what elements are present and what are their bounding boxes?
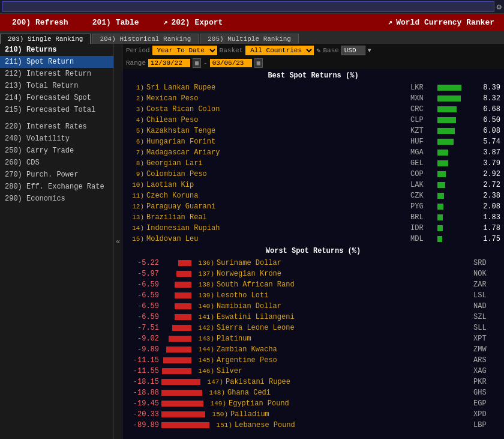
external-link-icon: ↗ (388, 17, 392, 27)
worst-row-143[interactable]: -9.02 143) Platinum XPT (122, 333, 504, 344)
worst-row-146[interactable]: -11.55 146) Silver XAG (122, 366, 504, 377)
range-end-calendar-icon[interactable]: ▦ (254, 58, 263, 68)
tab-single-ranking[interactable]: 203) Single Ranking (0, 34, 91, 44)
best-row-2[interactable]: 2) Mexican Peso MXN 8.32 (122, 93, 504, 104)
tab-multiple-ranking[interactable]: 205) Multiple Ranking (200, 34, 299, 44)
settings-icon[interactable]: ⚙ (497, 2, 502, 12)
range-start-calendar-icon[interactable]: ▦ (193, 58, 201, 68)
base-input[interactable] (341, 46, 365, 55)
worst-section-header: Worst Spot Returns (%) (122, 244, 504, 258)
tab-historical-ranking[interactable]: 204) Historical Ranking (92, 34, 199, 44)
export-menu-item[interactable]: ↗ 202) Export (151, 15, 235, 29)
sidebar-item-eff-exchange[interactable]: 280) Eff. Exchange Rate (0, 181, 113, 193)
worst-row-147[interactable]: -18.15 147) Pakistani Rupee PKR (122, 377, 504, 387)
sidebar-item-economics[interactable]: 290) Economics (0, 193, 113, 205)
content-area: Period Year To Date Basket All Countries… (122, 44, 504, 439)
main-layout: 210) Returns 211) Spot Return 212) Inter… (0, 44, 504, 439)
best-row-12[interactable]: 12) Paraguay Guarani PYG 2.08 (122, 201, 504, 212)
period-label: Period (126, 47, 150, 54)
range-start-input[interactable] (148, 59, 190, 67)
data-table: Best Spot Returns (%) 1) Sri Lankan Rupe… (122, 69, 504, 439)
controls-row-1: Period Year To Date Basket All Countries… (122, 44, 504, 57)
best-row-15[interactable]: 15) Moldovan Leu MDL 1.75 (122, 234, 504, 244)
best-row-1[interactable]: 1) Sri Lankan Rupee LKR 8.39 (122, 82, 504, 93)
sidebar-item-forecasted-total[interactable]: 215) Forecasted Total (0, 104, 113, 116)
sidebar-item-purch-power[interactable]: 270) Purch. Power (0, 169, 113, 181)
top-bar: ⚙ (0, 0, 504, 14)
base-label: Base (323, 47, 338, 54)
worst-row-138[interactable]: -6.59 138) South African Rand ZAR (122, 279, 504, 290)
tab-bar: 203) Single Ranking 204) Historical Rank… (0, 31, 504, 44)
sidebar-collapse-button[interactable]: « (114, 44, 122, 439)
basket-label: Basket (220, 47, 244, 54)
worst-row-151[interactable]: -89.89 151) Lebanese Pound LBP (122, 420, 504, 431)
menu-bar: 200) Refresh 201) Table ↗ 202) Export ↗ … (0, 14, 504, 31)
best-row-14[interactable]: 14) Indonesian Rupiah IDR 1.78 (122, 223, 504, 234)
sidebar: 210) Returns 211) Spot Return 212) Inter… (0, 44, 114, 439)
worst-row-140[interactable]: -6.59 140) Namibian Dollar NAD (122, 301, 504, 312)
export-icon: ↗ (163, 17, 168, 27)
sidebar-item-volatility[interactable]: 240) Volatility (0, 133, 113, 145)
basket-select[interactable]: All Countries (245, 46, 314, 55)
best-row-5[interactable]: 5) Kazakhstan Tenge KZT 6.08 (122, 126, 504, 136)
best-section-header: Best Spot Returns (%) (122, 69, 504, 82)
range-separator: - (203, 59, 208, 67)
worst-row-141[interactable]: -6.59 141) Eswatini Lilangeni SZL (122, 312, 504, 322)
sidebar-item-forecasted-spot[interactable]: 214) Forecasted Spot (0, 92, 113, 104)
best-row-11[interactable]: 11) Czech Koruna CZK 2.38 (122, 190, 504, 201)
sidebar-item-total-return[interactable]: 213) Total Return (0, 80, 113, 92)
worst-row-148[interactable]: -18.88 148) Ghana Cedi GHS (122, 387, 504, 398)
worst-row-144[interactable]: -9.89 144) Zambian Kwacha ZMW (122, 344, 504, 355)
sidebar-item-interest-rates[interactable]: 220) Interest Rates (0, 121, 113, 133)
sidebar-item-carry-trade[interactable]: 250) Carry Trade (0, 145, 113, 157)
best-row-4[interactable]: 4) Chilean Peso CLP 6.50 (122, 115, 504, 126)
best-row-6[interactable]: 6) Hungarian Forint HUF 5.74 (122, 136, 504, 147)
top-bar-input[interactable] (2, 1, 494, 12)
sidebar-item-spot-return[interactable]: 211) Spot Return (0, 56, 113, 68)
sidebar-item-cds[interactable]: 260) CDS (0, 157, 113, 169)
range-end-input[interactable] (210, 59, 252, 67)
best-row-7[interactable]: 7) Madagascar Ariary MGA 3.87 (122, 147, 504, 158)
worst-row-137[interactable]: -5.97 137) Norwegian Krone NOK (122, 268, 504, 279)
worst-row-149[interactable]: -19.45 149) Egyptian Pound EGP (122, 398, 504, 409)
refresh-menu-item[interactable]: 200) Refresh (0, 16, 80, 29)
period-select[interactable]: Year To Date (152, 46, 217, 55)
worst-row-145[interactable]: -11.15 145) Argentine Peso ARS (122, 355, 504, 366)
best-row-13[interactable]: 13) Brazilian Real BRL 1.83 (122, 212, 504, 223)
worst-row-150[interactable]: -20.33 150) Palladium XPD (122, 409, 504, 420)
sidebar-separator-1 (0, 116, 113, 121)
app-title: ↗ World Currency Ranker (383, 15, 504, 29)
worst-row-136[interactable]: -5.22 136) Suriname Dollar SRD (122, 258, 504, 268)
sidebar-item-returns[interactable]: 210) Returns (0, 44, 113, 56)
range-row: Range ▦ - ▦ (122, 57, 504, 69)
edit-basket-icon[interactable]: ✎ (316, 46, 320, 55)
best-row-10[interactable]: 10) Laotian Kip LAK 2.72 (122, 180, 504, 190)
best-row-9[interactable]: 9) Colombian Peso COP 2.92 (122, 169, 504, 180)
base-dropdown-icon[interactable]: ▼ (368, 47, 371, 54)
sidebar-item-interest-return[interactable]: 212) Interest Return (0, 68, 113, 80)
worst-row-142[interactable]: -7.51 142) Sierra Leone Leone SLL (122, 322, 504, 333)
best-row-3[interactable]: 3) Costa Rican Colon CRC 6.68 (122, 104, 504, 115)
best-row-8[interactable]: 8) Georgian Lari GEL 3.79 (122, 158, 504, 169)
worst-row-139[interactable]: -6.59 139) Lesotho Loti LSL (122, 290, 504, 301)
table-menu-item[interactable]: 201) Table (80, 16, 151, 29)
range-label: Range (126, 59, 146, 67)
